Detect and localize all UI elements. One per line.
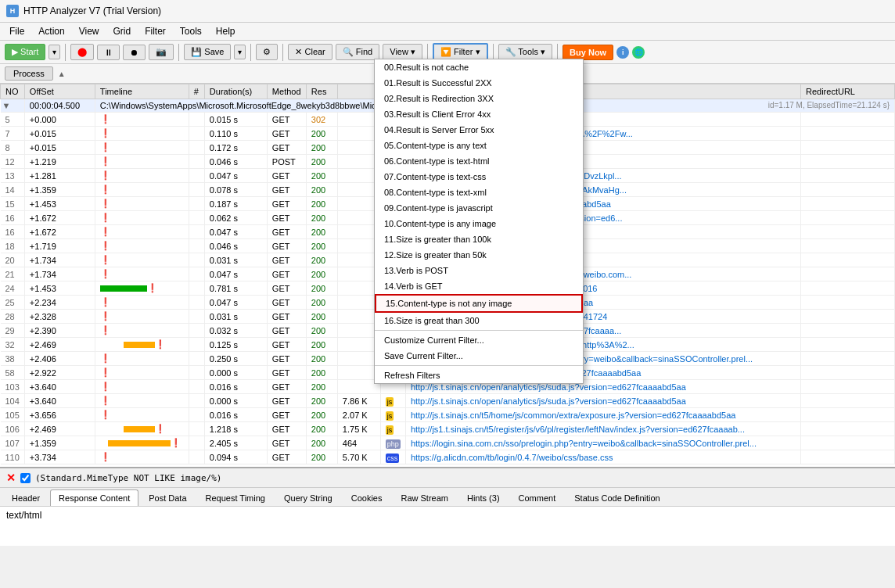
filter-item-save[interactable]: Save Current Filter... bbox=[375, 348, 583, 364]
cell-duration: 0.047 s bbox=[204, 267, 267, 281]
cell-status: 200 bbox=[306, 155, 337, 169]
tab-cookies[interactable]: Cookies bbox=[343, 489, 391, 506]
tab-raw-stream[interactable]: Raw Stream bbox=[392, 489, 457, 506]
find-button[interactable]: 🔍 Find bbox=[336, 44, 379, 60]
cell-timeline: ❗ bbox=[95, 183, 189, 197]
menu-file[interactable]: File bbox=[3, 24, 31, 38]
filter-item-05[interactable]: 05.Content-type is any text bbox=[375, 138, 583, 153]
tab-query-string[interactable]: Query String bbox=[275, 489, 341, 506]
cell-duration: 0.000 s bbox=[204, 366, 267, 380]
menu-action[interactable]: Action bbox=[32, 24, 70, 38]
cell-redirect bbox=[801, 225, 895, 239]
save-button[interactable]: 💾 Save bbox=[184, 44, 231, 60]
cell-offset: +1.453 bbox=[24, 197, 95, 211]
filter-item-10[interactable]: 10.Content-type is any image bbox=[375, 216, 583, 231]
filter-item-08[interactable]: 08.Content-type is text-xml bbox=[375, 185, 583, 200]
cell-duration: 0.172 s bbox=[204, 141, 267, 155]
clear-button[interactable]: ✕ Clear bbox=[288, 44, 332, 60]
tab-post-data[interactable]: Post Data bbox=[140, 489, 195, 506]
tab-content: text/html bbox=[0, 507, 895, 546]
cell-offset: +1.672 bbox=[24, 225, 95, 239]
menu-bar: File Action View Grid Filter Tools Help bbox=[0, 23, 895, 41]
filter-checkbox[interactable] bbox=[20, 473, 31, 483]
table-row[interactable]: 110 +3.734 ❗ 0.094 s GET 200 5.70 K css … bbox=[1, 450, 895, 464]
screenshot-button[interactable]: 📷 bbox=[149, 44, 174, 60]
col-duration[interactable]: Duration(s) bbox=[204, 84, 267, 99]
filter-close-icon[interactable]: ✕ bbox=[6, 471, 16, 484]
cell-url: http://js.t.sinajs.cn/open/analytics/js/… bbox=[405, 394, 800, 408]
globe-icon[interactable]: 🌐 bbox=[632, 46, 645, 59]
cell-no: 13 bbox=[1, 169, 25, 183]
cell-status: 200 bbox=[306, 141, 337, 155]
filter-item-06[interactable]: 06.Content-type is text-html bbox=[375, 153, 583, 169]
filter-item-11[interactable]: 11.Size is greater than 100k bbox=[375, 231, 583, 247]
cell-hash bbox=[189, 324, 204, 338]
filter-item-12[interactable]: 12.Size is greater than 50k bbox=[375, 247, 583, 263]
info-icon[interactable]: i bbox=[616, 46, 629, 59]
cell-no: 16 bbox=[1, 225, 25, 239]
record-button[interactable]: ⏺ bbox=[123, 45, 146, 60]
table-row[interactable]: 104 +3.640 ❗ 0.000 s GET 200 7.86 K js h… bbox=[1, 394, 895, 408]
cell-status: 200 bbox=[306, 352, 337, 366]
cell-no: 29 bbox=[1, 324, 25, 338]
cell-timeline: ❗ bbox=[95, 267, 189, 281]
filter-item-customize[interactable]: Customize Current Filter... bbox=[375, 332, 583, 348]
col-timeline[interactable]: Timeline bbox=[95, 84, 189, 99]
tab-response-content[interactable]: Response Content bbox=[50, 489, 138, 506]
cell-duration: 0.031 s bbox=[204, 310, 267, 324]
cell-method: GET bbox=[267, 169, 306, 183]
stop-button[interactable]: ⬤ bbox=[70, 44, 94, 60]
buy-now-button[interactable]: Buy Now bbox=[563, 45, 613, 60]
filter-item-07[interactable]: 07.Content-type is text-css bbox=[375, 169, 583, 185]
cell-duration: 0.187 s bbox=[204, 197, 267, 211]
col-res[interactable]: Res bbox=[306, 84, 337, 99]
filter-item-14[interactable]: 14.Verb is GET bbox=[375, 278, 583, 294]
menu-filter[interactable]: Filter bbox=[138, 24, 172, 38]
menu-grid[interactable]: Grid bbox=[107, 24, 138, 38]
app-icon: H bbox=[6, 5, 19, 17]
filter-item-01[interactable]: 01.Result is Successful 2XX bbox=[375, 75, 583, 91]
filter-item-04[interactable]: 04.Result is Server Error 5xx bbox=[375, 122, 583, 138]
table-row[interactable]: 106 +2.469 ❗ 1.218 s GET 200 1.75 K js h… bbox=[1, 422, 895, 436]
cell-no: 14 bbox=[1, 183, 25, 197]
col-method[interactable]: Method bbox=[267, 84, 306, 99]
tab-bar: Header Response Content Post Data Reques… bbox=[0, 488, 895, 507]
cell-offset: +3.640 bbox=[24, 394, 95, 408]
tab-hints[interactable]: Hints (3) bbox=[458, 489, 509, 506]
col-no[interactable]: NO bbox=[1, 84, 25, 99]
tab-status-code-definition[interactable]: Status Code Definition bbox=[566, 489, 668, 506]
save-dropdown[interactable]: ▾ bbox=[234, 45, 246, 59]
filter-item-00[interactable]: 00.Result is not cache bbox=[375, 59, 583, 75]
filter-item-15[interactable]: 15.Content-type is not any image bbox=[375, 294, 583, 313]
process-button[interactable]: Process bbox=[5, 66, 53, 81]
col-hash[interactable]: # bbox=[189, 84, 204, 99]
cell-method: GET bbox=[267, 197, 306, 211]
tab-request-timing[interactable]: Request Timing bbox=[197, 489, 274, 506]
filter-item-02[interactable]: 02.Result is Redirection 3XX bbox=[375, 91, 583, 106]
filter-item-16[interactable]: 16.Size is great than 300 bbox=[375, 313, 583, 328]
menu-view[interactable]: View bbox=[73, 24, 106, 38]
cell-size: 5.70 K bbox=[337, 450, 380, 464]
pause-button[interactable]: ⏸ bbox=[97, 45, 120, 60]
filter-item-refresh[interactable]: Refresh Filters bbox=[375, 368, 583, 383]
settings-button[interactable]: ⚙ bbox=[256, 44, 278, 60]
cell-redirect bbox=[801, 338, 895, 352]
tab-comment[interactable]: Comment bbox=[510, 489, 565, 506]
cell-status: 200 bbox=[306, 324, 337, 338]
col-redirect[interactable]: RedirectURL bbox=[801, 84, 895, 99]
filter-item-09[interactable]: 09.Content-type is javascript bbox=[375, 200, 583, 216]
table-row[interactable]: 107 +1.359 ❗ 2.405 s GET 200 464 php htt… bbox=[1, 436, 895, 450]
menu-tools[interactable]: Tools bbox=[174, 24, 208, 38]
menu-help[interactable]: Help bbox=[210, 24, 242, 38]
tools-button[interactable]: 🔧 Tools ▾ bbox=[498, 44, 553, 60]
start-button[interactable]: ▶ Start bbox=[5, 44, 45, 60]
table-row[interactable]: 105 +3.656 ❗ 0.016 s GET 200 2.07 K js h… bbox=[1, 408, 895, 422]
cell-url: https://g.alicdn.com/tb/login/0.4.7/weib… bbox=[405, 450, 800, 464]
filter-item-03[interactable]: 03.Result is Client Error 4xx bbox=[375, 106, 583, 122]
view-button[interactable]: View ▾ bbox=[383, 44, 422, 60]
col-offset[interactable]: OffSet bbox=[24, 84, 95, 99]
filter-item-13[interactable]: 13.Verb is POST bbox=[375, 263, 583, 278]
cell-method: GET bbox=[267, 338, 306, 352]
tab-header[interactable]: Header bbox=[3, 489, 49, 506]
start-dropdown[interactable]: ▾ bbox=[49, 45, 60, 59]
